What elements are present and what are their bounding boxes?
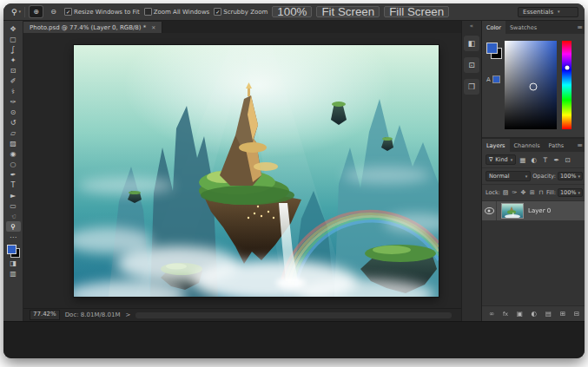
blend-mode-value: Normal bbox=[489, 173, 510, 180]
move-tool[interactable]: ✥ bbox=[6, 23, 21, 34]
foreground-color-swatch[interactable] bbox=[486, 43, 498, 54]
close-icon[interactable]: ✕ bbox=[151, 24, 155, 30]
panel-menu-icon[interactable]: ≡ bbox=[573, 139, 585, 152]
opacity-value[interactable]: 100% ▾ bbox=[558, 172, 583, 180]
document-tab-title: Photo.psd @ 77.4% (Layer 0, RGB/8) * bbox=[30, 24, 146, 31]
status-chevron-icon[interactable]: > bbox=[125, 311, 130, 318]
document-tab[interactable]: Photo.psd @ 77.4% (Layer 0, RGB/8) * ✕ bbox=[23, 22, 162, 33]
zoom-all-windows-label: Zoom All Windows bbox=[154, 9, 210, 16]
marquee-tool[interactable]: ▢ bbox=[6, 34, 21, 44]
hue-slider-marker[interactable] bbox=[565, 65, 569, 69]
healing-brush-tool[interactable]: ⚕ bbox=[6, 86, 21, 96]
lock-position-icon[interactable]: ✥ bbox=[519, 189, 526, 196]
text-swatch-label: A bbox=[486, 76, 491, 83]
fill-screen-button[interactable]: Fill Screen bbox=[384, 6, 449, 17]
tab-layers[interactable]: Layers bbox=[482, 139, 510, 152]
collapsed-panel-strip: « ◧ ⊡ ❐ bbox=[461, 21, 481, 321]
blend-mode-select[interactable]: Normal ▾ bbox=[486, 171, 531, 181]
delete-layer-icon[interactable]: ⊟ bbox=[574, 310, 579, 318]
dodge-tool[interactable]: ○ bbox=[6, 159, 21, 169]
layer-filter-select[interactable]: ∇ Kind ▾ bbox=[486, 154, 516, 165]
screen-mode-button[interactable]: ▥ bbox=[6, 268, 21, 279]
lock-all-icon[interactable]: ⊓ bbox=[538, 189, 545, 196]
quick-selection-tool[interactable]: ✦ bbox=[6, 55, 21, 65]
canvas-pasteboard[interactable] bbox=[23, 33, 461, 308]
new-layer-icon[interactable]: ⊞ bbox=[560, 310, 565, 318]
clone-stamp-tool[interactable]: ⊙ bbox=[6, 107, 21, 117]
zoom-in-button[interactable]: ⊕ bbox=[30, 6, 43, 17]
link-layers-icon[interactable]: ∞ bbox=[489, 310, 494, 318]
eraser-tool[interactable]: ▱ bbox=[6, 128, 21, 138]
chevron-down-icon: ▾ bbox=[578, 191, 581, 195]
document-tabbar: Photo.psd @ 77.4% (Layer 0, RGB/8) * ✕ bbox=[23, 21, 461, 33]
status-bar: 77.42% Doc: 8.01M/8.01M > bbox=[23, 308, 461, 321]
fill-value[interactable]: 100% ▾ bbox=[558, 188, 583, 197]
add-layer-mask-icon[interactable]: ▣ bbox=[517, 310, 523, 318]
layer-row[interactable]: Layer 0 bbox=[482, 201, 585, 220]
edit-toolbar-button[interactable]: ⋯ bbox=[6, 232, 21, 242]
current-tool-preset[interactable]: ⚲ ▾ bbox=[10, 7, 25, 17]
zoom-tool[interactable]: ⚲ bbox=[6, 221, 21, 232]
zoom-all-windows-checkbox[interactable]: Zoom All Windows bbox=[144, 8, 210, 16]
tab-paths[interactable]: Paths bbox=[545, 139, 569, 152]
expand-panels-icon[interactable]: « bbox=[470, 23, 473, 29]
new-adjustment-layer-icon[interactable]: ◐ bbox=[532, 310, 538, 318]
chevron-down-icon: ▾ bbox=[511, 158, 513, 162]
gradient-tool[interactable]: ▨ bbox=[6, 138, 21, 148]
panel-menu-icon[interactable]: ≡ bbox=[573, 21, 585, 34]
fill-value-text: 100% bbox=[560, 189, 577, 196]
document-area: Photo.psd @ 77.4% (Layer 0, RGB/8) * ✕ bbox=[23, 21, 461, 321]
eyedropper-tool[interactable]: ✐ bbox=[6, 75, 21, 86]
layers-bottom-bar: ∞ fx ▣ ◐ ▤ ⊞ ⊟ bbox=[482, 305, 585, 321]
blur-tool[interactable]: ◉ bbox=[6, 148, 21, 159]
foreground-background-swatches bbox=[7, 245, 20, 258]
resize-windows-checkbox[interactable]: ✓ Resize Windows to Fit bbox=[64, 8, 140, 16]
zoom-100-button[interactable]: 100% bbox=[272, 6, 312, 17]
foreground-color-swatch[interactable] bbox=[7, 245, 17, 254]
layer-filter-row: ∇ Kind ▾ ▦ ◐ T ✒ ⊡ bbox=[482, 152, 585, 168]
fit-screen-button[interactable]: Fit Screen bbox=[316, 6, 380, 17]
new-group-icon[interactable]: ▤ bbox=[545, 310, 552, 318]
rectangle-tool[interactable]: ▭ bbox=[6, 200, 21, 211]
lock-artboards-icon[interactable]: ⊞ bbox=[529, 189, 536, 196]
quick-mask-button[interactable]: ◨ bbox=[6, 258, 21, 268]
hue-slider[interactable] bbox=[562, 41, 571, 129]
text-color-swatch[interactable] bbox=[492, 75, 500, 83]
tab-channels[interactable]: Channels bbox=[510, 139, 545, 152]
path-selection-tool[interactable]: ► bbox=[6, 190, 21, 200]
horizontal-scrollbar[interactable] bbox=[135, 312, 452, 318]
tab-swatches[interactable]: Swatches bbox=[505, 21, 541, 34]
workspace-switcher[interactable]: Essentials ▾ bbox=[518, 7, 578, 17]
filter-pixel-layers-icon[interactable]: ▦ bbox=[518, 156, 527, 164]
libraries-panel-icon[interactable]: ❐ bbox=[464, 79, 479, 95]
tab-color[interactable]: Color bbox=[482, 21, 505, 34]
brush-tool[interactable]: ✑ bbox=[6, 96, 21, 107]
crop-tool[interactable]: ⊡ bbox=[6, 65, 21, 75]
zoom-tool-icon: ⚲ bbox=[11, 8, 17, 16]
canvas-image[interactable] bbox=[74, 45, 439, 297]
lock-transparent-pixels-icon[interactable]: ▨ bbox=[502, 189, 509, 196]
pen-tool[interactable]: ✒ bbox=[6, 169, 21, 180]
history-brush-tool[interactable]: ↺ bbox=[6, 117, 21, 128]
layer-effects-icon[interactable]: fx bbox=[503, 311, 508, 318]
filter-shape-layers-icon[interactable]: ✒ bbox=[552, 156, 561, 164]
lock-image-pixels-icon[interactable]: ✑ bbox=[511, 189, 518, 196]
info-panel-icon[interactable]: ⊡ bbox=[464, 57, 479, 73]
scrubby-zoom-checkbox[interactable]: ✓ Scrubby Zoom bbox=[214, 8, 268, 16]
filter-type-layers-icon[interactable]: T bbox=[540, 156, 550, 164]
type-tool[interactable]: T bbox=[6, 180, 21, 190]
zoom-level-field[interactable]: 77.42% bbox=[30, 310, 60, 320]
layer-thumbnail[interactable] bbox=[501, 203, 524, 219]
layer-name[interactable]: Layer 0 bbox=[528, 207, 551, 214]
saturation-brightness-picker[interactable] bbox=[505, 41, 557, 129]
adjustments-panel-icon[interactable]: ◧ bbox=[464, 36, 479, 51]
lasso-tool[interactable]: ʆ bbox=[6, 44, 21, 55]
color-picker-cursor[interactable] bbox=[530, 83, 538, 91]
panel-column: Color Swatches ≡ A bbox=[481, 21, 585, 321]
hand-tool[interactable]: ☜ bbox=[6, 211, 21, 221]
filter-smart-objects-icon[interactable]: ⊡ bbox=[563, 156, 572, 164]
filter-adjustment-layers-icon[interactable]: ◐ bbox=[529, 156, 538, 164]
layer-visibility-toggle[interactable] bbox=[482, 201, 497, 220]
zoom-out-button[interactable]: ⊖ bbox=[47, 6, 60, 17]
zoom-in-icon: ⊕ bbox=[33, 8, 39, 16]
